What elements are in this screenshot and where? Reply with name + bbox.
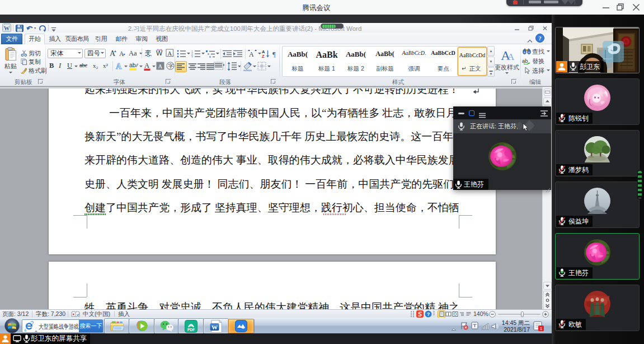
taskbar-item-word[interactable]: W	[204, 319, 228, 333]
scroll-down-button[interactable]	[543, 282, 552, 290]
panel-layout-icon[interactable]	[469, 110, 474, 116]
qat-customize-button[interactable]	[50, 25, 57, 31]
browse-buttons[interactable]	[543, 291, 552, 309]
style-entry-1[interactable]: AaBb(标题	[284, 48, 312, 75]
bold-button[interactable]: B	[49, 62, 54, 70]
view-fullscreen-reading[interactable]	[445, 311, 452, 318]
status-zoom-level[interactable]: 140%	[473, 310, 488, 317]
multilevel-list-button[interactable]	[206, 50, 215, 58]
search-go-button[interactable]: 搜索一下	[79, 320, 103, 332]
tab-t3[interactable]: 页面布局	[65, 34, 89, 44]
find-button[interactable]: 查找	[532, 48, 544, 56]
share-toolbar-pill[interactable]	[506, 0, 582, 6]
taskbar-item-wechat[interactable]	[154, 319, 178, 333]
subscript-button[interactable]: x₂	[93, 62, 98, 69]
increase-indent-button[interactable]	[233, 50, 243, 58]
underline-button[interactable]: U	[67, 62, 72, 70]
sogou-ime-icon[interactable]	[416, 310, 424, 318]
panel-collapse-icon[interactable]	[540, 109, 548, 117]
tab-home-active[interactable]: 开始	[25, 34, 45, 44]
help-icon[interactable]: ?	[535, 34, 544, 43]
tab-t2[interactable]: 插入	[47, 34, 63, 44]
participant-tile-1[interactable]: 彭卫东	[555, 27, 640, 73]
meeting-close-button[interactable]	[629, 0, 643, 15]
style-entry-3[interactable]: AaBb(标题 2	[342, 48, 370, 75]
word-restore-button[interactable]	[525, 24, 537, 31]
asian-layout-button[interactable]: A	[247, 49, 257, 58]
font-color-button[interactable]: A	[143, 61, 152, 71]
superscript-button[interactable]: x²	[103, 62, 108, 69]
style-entry-2[interactable]: AaBk标题 1	[313, 48, 341, 75]
status-insert-mode[interactable]: 插入	[118, 310, 130, 318]
zoom-in-button[interactable]	[542, 311, 549, 318]
line-spacing-button[interactable]	[227, 62, 237, 71]
tray-clock[interactable]: 14:45 周二2021/8/17	[501, 319, 530, 333]
change-styles-button[interactable]: A A更改样式	[496, 45, 518, 78]
enclose-characters-button[interactable]: 字	[166, 62, 175, 70]
taskbar-item-foxit-pdf[interactable]: PDF	[178, 319, 204, 333]
resize-grip[interactable]	[546, 185, 551, 190]
tray-expand-icon[interactable]	[451, 324, 457, 328]
styles-scroll-up[interactable]: ▲	[487, 46, 495, 56]
bullets-button[interactable]	[177, 50, 186, 58]
tab-t7[interactable]: 视图	[154, 34, 170, 44]
search-expand-arrow[interactable]	[34, 325, 38, 328]
character-shading-button[interactable]: A	[156, 62, 164, 70]
meeting-minimize-button[interactable]	[599, 0, 613, 15]
italic-button[interactable]: I	[59, 62, 61, 70]
shading-button[interactable]	[243, 62, 253, 71]
start-button[interactable]	[4, 318, 20, 333]
decrease-indent-button[interactable]	[223, 50, 232, 58]
text-effects-button[interactable]: A	[115, 61, 124, 71]
scroll-up-button[interactable]	[543, 97, 552, 105]
network-icon[interactable]	[481, 322, 489, 329]
sort-button[interactable]: AZ	[262, 49, 270, 58]
style-entry-5[interactable]: AaBbCcD.强调	[400, 48, 428, 75]
style-entry-7-selected[interactable]: AaBbCcDd正文↵	[458, 48, 486, 75]
replace-button[interactable]: 替换	[532, 57, 544, 66]
undo-button[interactable]	[26, 24, 37, 31]
volume-icon[interactable]	[491, 322, 499, 329]
shrink-font-button[interactable]: A	[118, 49, 126, 58]
show-marks-button[interactable]: ¶	[272, 49, 279, 58]
status-word-count[interactable]: 字数: 7,230	[36, 310, 65, 318]
participant-tile-6[interactable]: 欧敏	[555, 285, 640, 331]
status-page-indicator[interactable]: 页面: 3/12	[2, 310, 29, 318]
participant-tile-3[interactable]: 潘梦鸫	[555, 130, 640, 176]
tab-t4[interactable]: 引用	[93, 34, 109, 44]
phonetic-guide-button[interactable]: 变	[144, 48, 153, 58]
panel-menu-icon[interactable]	[479, 110, 486, 116]
word-minimize-button[interactable]	[511, 24, 523, 31]
clipboard-dialog-launcher[interactable]	[38, 79, 43, 84]
panel-minimize-icon[interactable]	[458, 113, 464, 114]
sidebar-scroll-indicator[interactable]	[637, 170, 642, 199]
ime-tray-icon[interactable]	[471, 322, 479, 330]
highlight-button[interactable]: ab	[129, 61, 139, 71]
styles-dialog-launcher[interactable]	[511, 79, 516, 84]
participant-tile-2[interactable]: 陈锐钊	[555, 78, 640, 125]
spellcheck-icon[interactable]	[71, 311, 80, 318]
characters-scale-button[interactable]: W	[156, 48, 164, 58]
style-entry-6[interactable]: AaBbCcD要点	[429, 48, 457, 75]
save-button[interactable]	[16, 24, 23, 31]
view-outline[interactable]	[458, 311, 465, 318]
document-page-2[interactable]: 牲、英勇斗争、对党忠诚、不负人民的伟大建党精神，这是中国共产党的精 神之	[49, 262, 496, 309]
ruler-toggle-button[interactable]	[543, 88, 552, 96]
align-left-button[interactable]	[176, 62, 186, 72]
grow-font-button[interactable]: A	[109, 49, 117, 58]
paste-button[interactable]: 粘贴	[2, 45, 19, 78]
view-web-layout[interactable]	[452, 311, 458, 318]
meeting-restore-button[interactable]	[613, 0, 628, 15]
participant-tile-4[interactable]: 侯益坤	[555, 182, 640, 228]
zoom-slider-thumb[interactable]	[521, 312, 524, 317]
participant-tile-5[interactable]: 王艳芬	[555, 233, 640, 280]
style-entry-4[interactable]: AaBb(副标题	[371, 48, 399, 75]
view-draft[interactable]	[465, 311, 472, 318]
taskbar-search-item[interactable]: 大型策略战争游戏搜索一下	[22, 319, 103, 333]
zoom-out-button[interactable]	[489, 311, 496, 318]
change-case-button[interactable]: Aa	[129, 49, 137, 58]
taskbar-item-tencent-meeting[interactable]	[228, 319, 254, 333]
word-app-icon[interactable]: W	[2, 24, 11, 32]
strikethrough-button[interactable]: abc	[79, 62, 87, 68]
action-center-icon[interactable]	[460, 322, 468, 330]
